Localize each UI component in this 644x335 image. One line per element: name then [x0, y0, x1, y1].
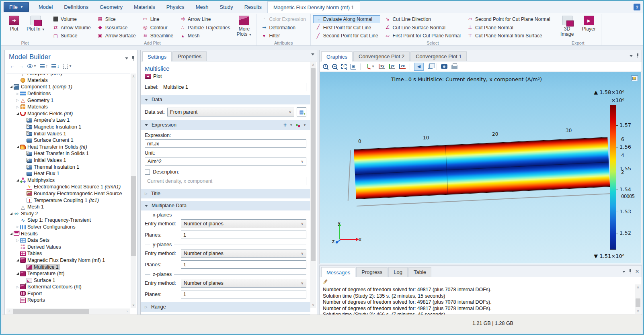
volume-button[interactable]: Volume: [51, 15, 93, 23]
view-yz-button[interactable]: yz: [389, 64, 396, 69]
tree-item-tables[interactable]: Tables: [6, 250, 130, 257]
collapse-icon[interactable]: [9, 233, 13, 235]
replace-expression-icon[interactable]: [295, 123, 300, 127]
x-planes-planes-input[interactable]: [181, 231, 306, 239]
close-icon[interactable]: ✕: [635, 269, 639, 274]
view-xy-button[interactable]: xy: [379, 64, 385, 69]
ribbon-tab-mesh[interactable]: Mesh: [190, 1, 214, 13]
pin-icon[interactable]: [131, 56, 135, 61]
go-to-source-button[interactable]: [297, 107, 306, 116]
y-planes-planes-input[interactable]: [181, 260, 306, 269]
tree-item-temperature-coupling-1[interactable]: Temperature Coupling 1 (tc1): [6, 197, 130, 204]
cut-line-direction-button[interactable]: Cut Line Direction: [383, 15, 463, 23]
scroll-down-icon[interactable]: ∨: [131, 302, 136, 308]
contour-button[interactable]: Contour: [140, 24, 175, 32]
expand-icon[interactable]: ▷: [15, 98, 20, 102]
tab-convergence-plot-1[interactable]: Convergence Plot 1: [410, 51, 467, 61]
expand-icon[interactable]: ▷: [15, 92, 20, 96]
tree-item-electromagnetic-heat-source-1[interactable]: Electromagnetic Heat Source 1 (emh1): [6, 184, 130, 190]
tree-item-step-1-frequency-transient[interactable]: Step 1: Frequency-Transient: [6, 217, 130, 224]
tree-item-initial-values-1[interactable]: Initial Values 1: [6, 130, 130, 137]
print-button[interactable]: [451, 64, 457, 69]
collapse-icon[interactable]: [15, 259, 20, 261]
scroll-up-icon[interactable]: ∧: [310, 62, 316, 67]
tab-convergence-plot-2[interactable]: Convergence Plot 2: [353, 51, 410, 61]
section-multiplane-data[interactable]: Multiplane Data: [141, 201, 310, 210]
chevron-down-icon[interactable]: ▼: [289, 123, 293, 127]
surface-button[interactable]: Surface: [51, 32, 93, 40]
zoom-box-button[interactable]: +: [341, 64, 347, 69]
mesh-button[interactable]: Mesh: [178, 32, 232, 40]
plot-canvas[interactable]: Time=0 s Multislice: Current density, x …: [320, 72, 641, 264]
model-tree-vertical-scrollbar[interactable]: ∧ ∨: [131, 74, 136, 308]
color-expression-button[interactable]: Color Expression: [259, 15, 308, 23]
slice-button[interactable]: Slice: [95, 15, 138, 23]
tab-progress[interactable]: Progress: [356, 267, 388, 277]
tree-item-component-1[interactable]: Component 1 (comp 1): [6, 84, 130, 90]
ribbon-tab-magnetic-flux-density-norm-mf-1[interactable]: Magnetic Flux Density Norm (mf) 1: [267, 1, 360, 13]
settings-plot-button[interactable]: Plot: [141, 72, 310, 82]
default-view-button[interactable]: ▼: [365, 63, 375, 69]
x-planes-entry-method-dropdown[interactable]: Number of planes∨: [181, 219, 306, 228]
ribbon-tab-model[interactable]: Model: [33, 1, 58, 13]
scroll-left-icon[interactable]: ‹: [6, 308, 12, 314]
scroll-thumb[interactable]: [636, 298, 640, 307]
scroll-thumb[interactable]: [311, 68, 316, 261]
collapse-icon[interactable]: [15, 179, 20, 182]
clear-messages-icon[interactable]: [323, 279, 327, 284]
z-planes-entry-method-dropdown[interactable]: Number of planes∨: [181, 279, 306, 288]
z-planes-planes-input[interactable]: [181, 290, 306, 298]
plot-in-button[interactable]: Plot In ▼: [26, 14, 45, 40]
ribbon-tab-physics[interactable]: Physics: [161, 1, 190, 13]
zoom-out-button[interactable]: −: [332, 64, 337, 69]
tree-item-temperature-ht[interactable]: Temperature (ht): [6, 270, 130, 277]
tree-item-magnetic-fields[interactable]: Magnetic Fields (mf): [6, 110, 130, 117]
scroll-thumb[interactable]: [131, 176, 136, 256]
first-point-for-cut-line-button[interactable]: First Point for Cut Line: [313, 24, 380, 32]
expand-icon[interactable]: ▷: [15, 285, 20, 289]
tree-item-geometry-1[interactable]: ▷Geometry 1: [6, 97, 130, 104]
expression-input[interactable]: [145, 139, 306, 148]
ribbon-tab-definitions[interactable]: Definitions: [58, 1, 94, 13]
panel-menu-icon[interactable]: [630, 55, 633, 57]
tree-item-surface-current-1[interactable]: Surface Current 1: [6, 137, 130, 144]
scroll-right-icon[interactable]: ›: [124, 308, 130, 314]
ribbon-tab-geometry[interactable]: Geometry: [94, 1, 128, 13]
description-input[interactable]: [145, 177, 306, 185]
tree-item-initial-values-1[interactable]: Initial Values 1: [6, 157, 130, 164]
pin-icon[interactable]: [636, 53, 639, 58]
tree-item-solver-configurations[interactable]: ▷Solver Configurations: [6, 224, 130, 231]
particle-trajectories-button[interactable]: Particle Trajectories: [178, 24, 232, 32]
tree-item-thermal-insulation-1[interactable]: Thermal Insulation 1: [6, 163, 130, 170]
scroll-up-icon[interactable]: ∧: [131, 74, 136, 79]
tree-item-magnetic-insulation-1[interactable]: Magnetic Insulation 1: [6, 124, 130, 131]
messages-vertical-scrollbar[interactable]: ∧ ∨: [635, 284, 641, 314]
model-tree-node-grouping-button[interactable]: ▼: [63, 64, 72, 69]
arrow-surface-button[interactable]: Arrow Surface: [95, 32, 138, 40]
settings-vertical-scrollbar[interactable]: ∧ ∨: [310, 62, 316, 308]
tree-item-analytic-1[interactable]: Analytic 1 (an1): [6, 74, 130, 77]
expand-all-button[interactable]: ↓: [51, 63, 59, 69]
tree-item-study-2[interactable]: Study 2: [6, 210, 130, 217]
tree-item-results[interactable]: Results: [6, 230, 130, 237]
zoom-extents-button[interactable]: ⊞: [351, 64, 356, 69]
tree-item-materials[interactable]: ▷Materials: [6, 104, 130, 110]
chevron-down-icon[interactable]: ▼: [303, 123, 306, 127]
data-set-dropdown[interactable]: From parent∨: [167, 108, 294, 116]
expand-icon[interactable]: ▷: [15, 225, 20, 229]
tree-item-derived-values[interactable]: Derived Values: [6, 243, 130, 250]
scroll-up-icon[interactable]: ∧: [635, 284, 641, 290]
section-expression[interactable]: Expression + ▼ ▼: [141, 120, 310, 130]
help-button[interactable]: ?: [634, 4, 640, 10]
ribbon-tab-study[interactable]: Study: [214, 1, 238, 13]
collapse-icon[interactable]: [15, 146, 20, 148]
tree-item-magnetic-flux-density-norm-mf-1[interactable]: Magnetic Flux Density Norm (mf) 1: [6, 257, 130, 264]
y-planes-entry-method-dropdown[interactable]: Number of planes∨: [181, 249, 306, 258]
add-expression-icon[interactable]: +: [283, 123, 287, 127]
forward-button[interactable]: →: [18, 63, 24, 69]
collapse-icon[interactable]: [15, 272, 20, 275]
first-point-for-cut-plane-normal-button[interactable]: First Point for Cut Plane Normal: [383, 32, 463, 40]
deformation-button[interactable]: Deformation: [259, 24, 308, 32]
collapse-icon[interactable]: [9, 86, 13, 88]
tree-item-isothermal-contours-ht[interactable]: ▷Isothermal Contours (ht): [6, 284, 130, 290]
